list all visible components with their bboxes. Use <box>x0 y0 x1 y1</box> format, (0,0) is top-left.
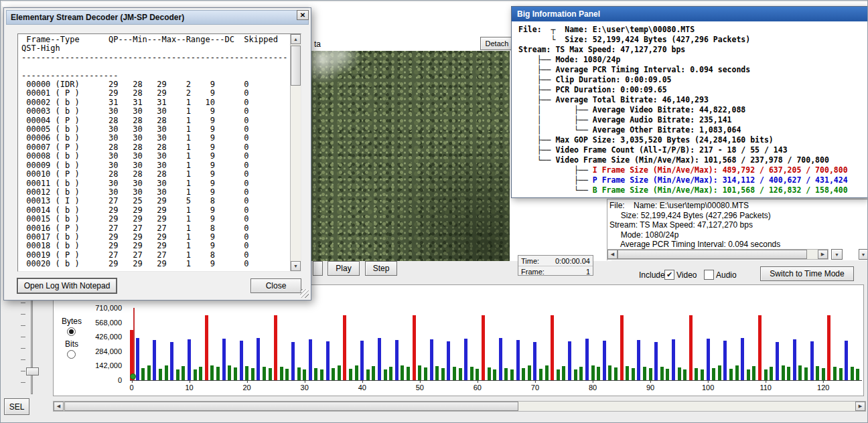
frame-size-bar[interactable] <box>424 367 427 380</box>
frame-size-bar[interactable] <box>597 367 600 380</box>
frame-size-bar[interactable] <box>320 369 323 380</box>
open-log-button[interactable]: Open Log With Notepad <box>17 278 117 293</box>
frame-size-bar[interactable] <box>822 368 825 380</box>
frame-size-bar[interactable] <box>504 368 508 380</box>
scroll-right-button[interactable]: ▶ <box>818 250 828 259</box>
play-button[interactable]: Play <box>328 261 360 276</box>
frame-size-bar[interactable] <box>776 342 779 380</box>
resize-grip-icon[interactable] <box>300 289 309 298</box>
frame-size-bar[interactable] <box>251 368 255 380</box>
frame-size-bar[interactable] <box>678 367 681 380</box>
frame-size-bar[interactable] <box>291 342 295 380</box>
frame-size-bar[interactable] <box>758 315 762 380</box>
frame-size-bar[interactable] <box>413 315 416 380</box>
frame-size-bar[interactable] <box>147 365 151 380</box>
frame-size-bar[interactable] <box>632 368 635 380</box>
dropdown-button-edge[interactable]: ▼ <box>859 249 868 260</box>
frame-size-bar[interactable] <box>557 369 560 380</box>
frame-size-bar[interactable] <box>701 369 704 380</box>
frame-size-bar[interactable] <box>827 315 830 380</box>
frame-size-bar[interactable] <box>159 369 162 380</box>
frame-size-bar[interactable] <box>430 339 433 380</box>
frame-size-bar[interactable] <box>285 369 289 380</box>
frame-size-bar[interactable] <box>741 338 744 380</box>
frame-size-bar[interactable] <box>170 342 173 380</box>
frame-size-bar[interactable] <box>637 340 640 380</box>
frame-size-bar[interactable] <box>435 366 439 380</box>
frame-size-bar[interactable] <box>770 367 773 380</box>
frame-size-bar[interactable] <box>176 369 179 380</box>
frame-size-bar[interactable] <box>798 365 802 380</box>
scroll-down-button[interactable]: ▼ <box>291 261 301 271</box>
frame-size-bar[interactable] <box>297 367 301 380</box>
frame-size-bar[interactable] <box>476 369 479 380</box>
frame-size-bar[interactable] <box>614 367 618 380</box>
frame-size-bar[interactable] <box>735 365 739 380</box>
timeline-scrollbar-thumb[interactable] <box>64 402 518 411</box>
decoder-scrollbar-thumb[interactable] <box>291 46 301 86</box>
decoder-log-scrollbar[interactable]: ▲ ▼ <box>290 34 301 271</box>
sub-info-scrollbar-thumb[interactable] <box>618 250 807 259</box>
frame-size-bar[interactable] <box>856 369 859 380</box>
frame-size-bar[interactable] <box>470 367 474 380</box>
frame-size-bar[interactable] <box>603 341 606 380</box>
frame-size-bar[interactable] <box>153 340 156 380</box>
frame-size-bar[interactable] <box>499 338 502 380</box>
frame-size-bar[interactable] <box>459 368 462 380</box>
frame-size-bar[interactable] <box>488 367 491 380</box>
info-panel-titlebar[interactable]: Big Information Panel <box>512 7 867 21</box>
audio-checkbox-label[interactable]: Audio <box>716 270 737 280</box>
frame-size-bar[interactable] <box>182 366 185 380</box>
frame-size-bar[interactable] <box>649 368 652 380</box>
scroll-right-button[interactable]: ▶ <box>855 402 865 411</box>
frame-size-bar[interactable] <box>165 365 168 380</box>
dropdown-button[interactable]: ▼ <box>831 249 843 260</box>
playhead-cursor[interactable] <box>133 308 135 380</box>
video-checkbox-label[interactable]: Video <box>676 270 697 280</box>
frame-size-bar[interactable] <box>263 367 266 380</box>
frame-size-bar[interactable] <box>418 365 421 380</box>
frame-size-bar[interactable] <box>326 341 330 380</box>
frame-size-bar[interactable] <box>389 367 392 380</box>
scroll-left-button[interactable]: ◀ <box>607 250 618 259</box>
frame-size-bar[interactable] <box>228 365 231 380</box>
detach-button[interactable]: Detach <box>480 37 514 50</box>
frame-size-bar[interactable] <box>234 367 237 380</box>
frame-size-bar[interactable] <box>695 368 698 380</box>
frame-size-bar[interactable] <box>136 338 139 380</box>
frame-size-bar[interactable] <box>810 341 814 380</box>
frame-size-bar[interactable] <box>303 369 306 380</box>
scroll-up-button[interactable]: ▲ <box>291 34 301 44</box>
frame-size-bar[interactable] <box>441 368 445 380</box>
frame-size-bar[interactable] <box>729 369 733 380</box>
frame-size-bar[interactable] <box>378 338 381 380</box>
frame-size-bar[interactable] <box>401 365 404 380</box>
slider-handle[interactable] <box>26 367 39 375</box>
sel-button[interactable]: SEL <box>4 398 29 415</box>
frame-size-bar[interactable] <box>274 315 277 380</box>
frame-size-bar[interactable] <box>522 368 525 380</box>
frame-size-bar[interactable] <box>620 315 624 380</box>
frame-size-bar[interactable] <box>528 365 531 380</box>
frame-size-bar[interactable] <box>683 369 686 380</box>
audio-checkbox[interactable] <box>704 270 714 280</box>
frame-size-bar[interactable] <box>338 365 341 380</box>
frame-size-bar[interactable] <box>551 315 554 380</box>
frame-size-bar[interactable] <box>453 367 456 380</box>
frame-size-bar[interactable] <box>654 342 658 380</box>
frame-size-bar[interactable] <box>216 367 220 380</box>
frame-size-bar[interactable] <box>309 339 312 380</box>
frame-size-bar[interactable] <box>845 341 848 380</box>
frame-size-bar[interactable] <box>626 366 629 380</box>
frame-size-bar[interactable] <box>666 369 669 380</box>
timeline-scrollbar[interactable]: ◀ ▶ <box>53 401 866 412</box>
frame-size-bar[interactable] <box>384 369 387 380</box>
frame-size-bar[interactable] <box>851 367 854 380</box>
frame-size-bar[interactable] <box>574 369 577 380</box>
frame-size-bar[interactable] <box>782 365 785 380</box>
frame-size-bar[interactable] <box>372 366 375 380</box>
frame-size-bar[interactable] <box>199 367 202 380</box>
frame-size-bar[interactable] <box>585 339 589 380</box>
frame-size-bar[interactable] <box>804 367 808 380</box>
frame-size-bar[interactable] <box>360 341 364 380</box>
